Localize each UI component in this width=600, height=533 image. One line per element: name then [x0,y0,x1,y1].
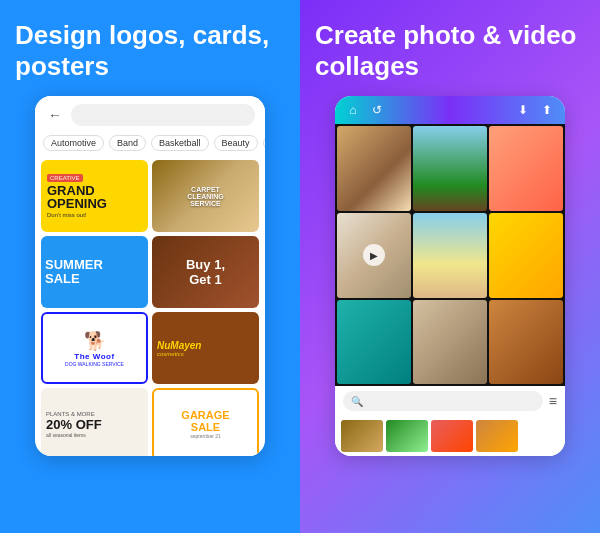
download-icon[interactable]: ⬇ [515,102,531,118]
tag-band[interactable]: Band [109,135,146,151]
woof-sub: DOG WALKING SERVICE [65,361,124,367]
thumbnail-strip [335,416,565,456]
card-label-creative: CREATIVE [47,174,83,182]
collage-cell-small3 [337,300,411,385]
card-grand-opening[interactable]: CREATIVE GRANDOPENING Don't miss out! [41,160,148,232]
garage-sub: september 21 [190,433,221,439]
thumb-2[interactable] [386,420,428,452]
tag-cafe[interactable]: Cafe [263,135,265,151]
card-summer-sale[interactable]: SUMMERSALE [41,236,148,308]
collage-cell-woman2 [413,300,487,385]
collage-cell-small1 [489,126,563,211]
template-grid: CREATIVE GRANDOPENING Don't miss out! CA… [35,156,265,456]
card-numayen[interactable]: NuMayen cosmetics [152,312,259,384]
right-panel: Create photo & video collages ⌂ ↺ ⬇ ⬆ ▶ [300,0,600,533]
left-panel: Design logos, cards, posters ← Automotiv… [0,0,300,533]
card-summer-sale-text: SUMMERSALE [45,258,103,287]
card-buy1get1-inner: Buy 1,Get 1 [152,236,259,308]
right-phone-top-bar: ⌂ ↺ ⬇ ⬆ [335,96,565,124]
back-arrow-icon[interactable]: ← [45,105,65,125]
thumb-1[interactable] [341,420,383,452]
left-phone-mockup: ← Automotive Band Basketball Beauty Cafe… [35,96,265,456]
collage-cell-palm [413,126,487,211]
search-bar[interactable] [71,104,255,126]
play-button[interactable]: ▶ [363,244,385,266]
card-woman-photo[interactable]: CARPETCLEANINGSERVICE [152,160,259,232]
card-grand-opening-text: GRANDOPENING [47,184,107,210]
home-icon[interactable]: ⌂ [345,102,361,118]
card-garage-sale[interactable]: GARAGESALE september 21 [152,388,259,456]
collage-cell-small4 [489,300,563,385]
tag-automotive[interactable]: Automotive [43,135,104,151]
collage-cell-beach [413,213,487,298]
collage-cell-coffee [337,126,411,211]
phone-top-bar: ← [35,96,265,130]
numayen-title: NuMayen [157,340,201,351]
card-20off[interactable]: PLANTS & MORE 20% OFF all seasonal items [41,388,148,456]
thumb-3[interactable] [431,420,473,452]
tag-basketball[interactable]: Basketball [151,135,209,151]
tag-beauty[interactable]: Beauty [214,135,258,151]
20off-sub: all seasonal items [46,432,86,438]
card-buy-text: Buy 1,Get 1 [186,257,225,288]
thumb-4[interactable] [476,420,518,452]
collage-cell-small2 [489,213,563,298]
garage-text: GARAGESALE [181,409,229,433]
woof-title: The Woof [74,352,114,361]
20off-main: 20% OFF [46,417,102,432]
card-grand-opening-sub: Don't miss out! [47,212,87,218]
card-woman-text: CARPETCLEANINGSERVICE [187,186,224,207]
phone-bottom-bar: 🔍 ≡ [335,386,565,416]
collage-cell-woman-hat: ▶ [337,213,411,298]
right-phone-mockup: ⌂ ↺ ⬇ ⬆ ▶ 🔍 ≡ [335,96,565,456]
right-headline: Create photo & video collages [315,20,585,82]
collage-area: ▶ [335,124,565,386]
numayen-sub: cosmetics [157,351,184,357]
undo-icon[interactable]: ↺ [369,102,385,118]
woof-dog-icon: 🐕 [84,330,106,352]
category-tags: Automotive Band Basketball Beauty Cafe [35,130,265,156]
right-search-bar[interactable]: 🔍 [343,391,543,411]
card-woof[interactable]: 🐕 The Woof DOG WALKING SERVICE [41,312,148,384]
filter-icon[interactable]: ≡ [549,393,557,409]
share-icon[interactable]: ⬆ [539,102,555,118]
left-headline: Design logos, cards, posters [15,20,285,82]
card-woman-bg: CARPETCLEANINGSERVICE [152,160,259,232]
search-icon: 🔍 [351,396,363,407]
card-buy1get1[interactable]: Buy 1,Get 1 [152,236,259,308]
